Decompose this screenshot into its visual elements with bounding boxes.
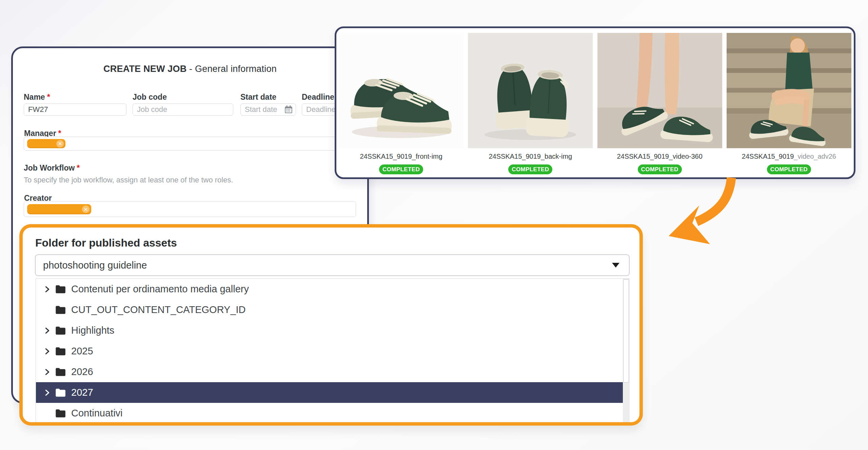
- folder-panel-heading: Folder for published assets: [35, 237, 177, 249]
- asset-tile-back[interactable]: 24SSKA15_9019_back-img COMPLETED: [468, 33, 593, 174]
- deadline-label: Deadline: [302, 93, 334, 102]
- tree-item-2026[interactable]: 2026: [36, 361, 623, 382]
- status-badge: COMPLETED: [767, 164, 811, 174]
- sneaker-on-legs-photo: [597, 33, 722, 148]
- start-date-label: Start date: [240, 93, 276, 102]
- creator-field[interactable]: ✕: [24, 201, 356, 217]
- caret-down-icon: [612, 263, 619, 268]
- tree-item-contenuti[interactable]: Contenuti per ordinamento media gallery: [36, 279, 623, 299]
- folder-icon: [55, 409, 65, 418]
- folder-icon: [55, 306, 65, 314]
- tree-scrollbar-track[interactable]: [623, 279, 630, 422]
- remove-icon[interactable]: ✕: [82, 206, 90, 213]
- job-workflow-label: Job Workflow*: [24, 163, 80, 173]
- folder-icon: [55, 368, 65, 376]
- folder-icon: [55, 388, 65, 397]
- status-badge: COMPLETED: [379, 164, 423, 174]
- tree-item-cut-out[interactable]: CUT_OUT_CONTENT_CATEGORY_ID: [36, 299, 623, 320]
- asset-name: 24SSKA15_9019_front-img: [360, 153, 442, 160]
- form-title: CREATE NEW JOB - General information: [13, 64, 367, 74]
- folder-icon: [55, 285, 65, 294]
- sneaker-front-photo: [339, 33, 463, 148]
- remove-icon[interactable]: ✕: [56, 140, 64, 148]
- manager-field[interactable]: ✕: [24, 137, 356, 151]
- screenshot-canvas: CREATE NEW JOB - General information Nam…: [0, 0, 868, 450]
- flow-arrow: [654, 176, 743, 254]
- chevron-right-icon[interactable]: [43, 348, 51, 355]
- manager-tag: ✕: [27, 139, 65, 148]
- creator-tag: ✕: [27, 204, 91, 214]
- folder-select[interactable]: photoshooting guideline: [35, 254, 630, 276]
- chevron-spacer: [43, 306, 51, 314]
- status-badge: COMPLETED: [508, 164, 552, 174]
- form-title-rest: - General information: [186, 64, 277, 74]
- published-assets-card: 24SSKA15_9019_front-img COMPLETED: [335, 26, 855, 179]
- required-asterisk: *: [47, 93, 50, 101]
- tree-item-2027-selected[interactable]: 2027: [36, 382, 623, 403]
- form-title-bold: CREATE NEW JOB: [103, 64, 186, 74]
- tree-item-highlights[interactable]: Highlights: [36, 320, 623, 341]
- chevron-right-icon[interactable]: [43, 327, 51, 334]
- folder-icon: [55, 347, 65, 356]
- model-on-steps-photo: [727, 33, 851, 148]
- chevron-right-icon[interactable]: [43, 286, 51, 293]
- chevron-spacer: [43, 410, 51, 417]
- asset-tile-video-adv[interactable]: 24SSKA15_9019_video_adv26 COMPLETED: [727, 33, 851, 174]
- tree-item-2025[interactable]: 2025: [36, 341, 623, 361]
- name-field[interactable]: [24, 103, 126, 116]
- calendar-icon[interactable]: [284, 105, 293, 114]
- status-badge: COMPLETED: [638, 164, 682, 174]
- name-label: Name*: [24, 93, 50, 102]
- required-asterisk: *: [77, 163, 80, 172]
- chevron-right-icon[interactable]: [43, 368, 51, 376]
- asset-name: 24SSKA15_9019_video-360: [617, 153, 702, 160]
- sneaker-back-photo: [468, 33, 593, 148]
- asset-tile-front[interactable]: 24SSKA15_9019_front-img COMPLETED: [339, 33, 463, 174]
- job-code-label: Job code: [133, 93, 167, 102]
- tree-scrollbar-thumb[interactable]: [623, 279, 629, 383]
- folder-select-value: photoshooting guideline: [43, 260, 612, 271]
- folder-picker-panel: Folder for published assets photoshootin…: [19, 224, 643, 426]
- asset-name: 24SSKA15_9019_back-img: [489, 153, 572, 160]
- asset-tile-row: 24SSKA15_9019_front-img COMPLETED: [339, 33, 851, 174]
- job-code-field[interactable]: [133, 103, 233, 116]
- chevron-right-icon[interactable]: [43, 389, 51, 396]
- asset-name: 24SSKA15_9019_video_adv26: [742, 153, 836, 160]
- folder-tree: Contenuti per ordinamento media gallery …: [36, 278, 630, 422]
- asset-tile-video-360[interactable]: 24SSKA15_9019_video-360 COMPLETED: [597, 33, 722, 174]
- folder-icon: [55, 326, 65, 335]
- tree-item-continuativi[interactable]: Continuativi: [36, 403, 623, 422]
- job-workflow-helper: To specify the job workflow, assign at l…: [24, 176, 233, 184]
